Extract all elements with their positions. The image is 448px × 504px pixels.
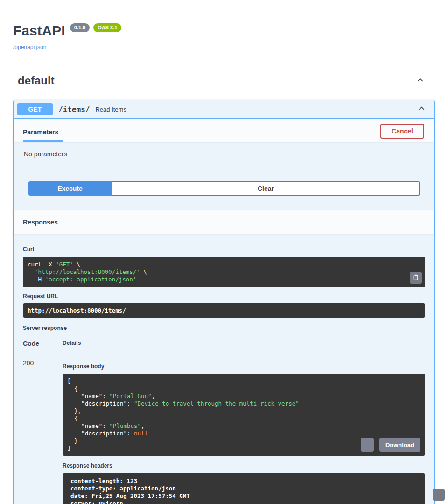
operation-path: /items/	[58, 105, 90, 114]
oas-badge: OAS 3.1	[93, 23, 121, 32]
page-title: FastAPI	[13, 22, 65, 39]
openapi-spec-link[interactable]: /openapi.json	[13, 44, 46, 50]
no-parameters-text: No parameters	[14, 142, 434, 158]
live-response-row: 200 Response body [ { "name": "Portal Gu…	[23, 353, 425, 504]
tag-section-title: default	[18, 74, 55, 87]
response-headers-block: content-length: 123content-type: applica…	[63, 473, 425, 504]
details-column-header: Details	[63, 340, 81, 347]
response-body-label: Response body	[63, 363, 425, 370]
clipboard-icon	[413, 274, 419, 282]
responses-header-label: Responses	[23, 218, 58, 226]
code-column-header: Code	[23, 340, 63, 347]
section-collapse-button[interactable]	[415, 75, 426, 87]
status-code: 200	[23, 359, 63, 504]
opblock-get-items: GET /items/ Read Items Parameters Cancel…	[13, 100, 435, 504]
parameters-section-header: Parameters Cancel	[14, 119, 434, 142]
chevron-up-icon	[417, 104, 426, 114]
clear-button[interactable]: Clear	[112, 181, 420, 196]
response-table-header: Code Details	[23, 340, 425, 353]
response-body-actions: Download	[361, 438, 420, 452]
tab-parameters[interactable]: Parameters	[23, 121, 63, 142]
responses-section-header: Responses	[14, 210, 434, 234]
server-response-label: Server response	[23, 325, 425, 331]
execute-row: Execute Clear	[28, 181, 420, 196]
opblock-collapse-button[interactable]	[416, 103, 427, 115]
response-headers-label: Response headers	[63, 462, 425, 469]
chevron-up-icon	[416, 76, 425, 86]
download-button[interactable]: Download	[379, 438, 420, 452]
operation-summary: Read Items	[95, 106, 126, 113]
request-url-value: http://localhost:8000/items/	[23, 303, 425, 318]
response-body-block: [ { "name": "Portal Gun", "description":…	[63, 374, 425, 456]
copy-curl-button[interactable]	[433, 489, 445, 501]
version-badge: 0.1.0	[70, 23, 90, 32]
request-url-label: Request URL	[23, 293, 425, 300]
api-info: FastAPI 0.1.0 OAS 3.1 /openapi.json	[0, 0, 448, 51]
copy-curl-button[interactable]	[410, 272, 422, 284]
opblock-summary[interactable]: GET /items/ Read Items	[14, 100, 434, 119]
badges: 0.1.0 OAS 3.1	[70, 23, 122, 32]
swagger-ui-page: FastAPI 0.1.0 OAS 3.1 /openapi.json defa…	[0, 0, 448, 504]
copy-response-button[interactable]	[361, 438, 374, 452]
curl-code-block: curl -X 'GET' \ 'http://localhost:8000/i…	[23, 257, 425, 287]
response-details: Response body [ { "name": "Portal Gun", …	[63, 359, 425, 504]
execute-button[interactable]: Execute	[28, 181, 112, 196]
tag-section-header[interactable]: default	[13, 74, 443, 96]
curl-label: Curl	[23, 234, 425, 252]
cancel-button[interactable]: Cancel	[380, 124, 424, 139]
responses-inner: Curl curl -X 'GET' \ 'http://localhost:8…	[14, 234, 434, 504]
method-get-button[interactable]: GET	[17, 103, 53, 115]
